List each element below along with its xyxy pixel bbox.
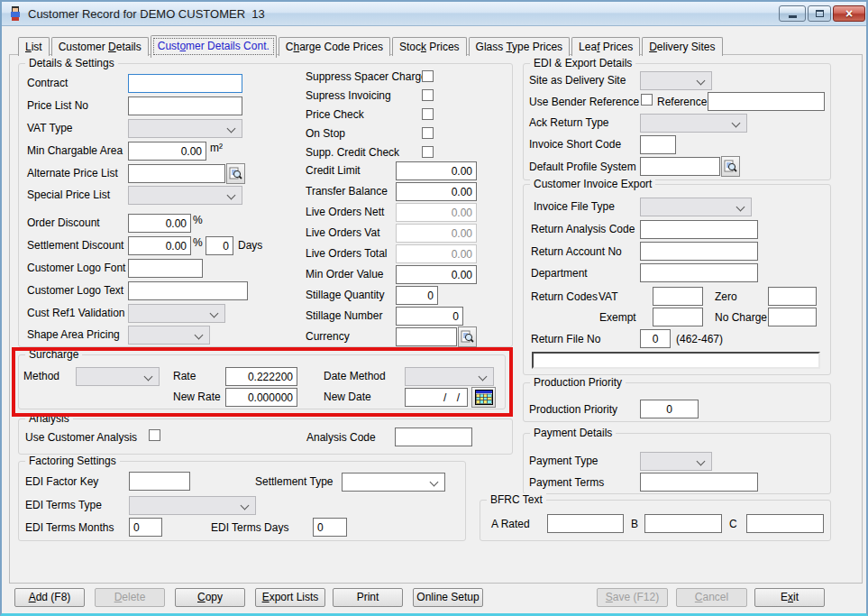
department-input[interactable] (640, 263, 758, 282)
tab-glass-type-prices[interactable]: Glass Type Prices (469, 37, 571, 56)
min-order-value-label: Min Order Value (306, 268, 383, 280)
min-chargable-area-input[interactable] (128, 142, 206, 161)
tab-charge-code-prices[interactable]: Charge Code Prices (279, 37, 390, 56)
bfrc-b-input[interactable] (644, 514, 722, 533)
min-order-value-input[interactable] (396, 265, 477, 284)
contract-input[interactable] (128, 74, 242, 93)
supp-credit-check-checkbox[interactable] (422, 146, 434, 158)
add-button[interactable]: Add (F8) (14, 588, 85, 607)
production-priority-input[interactable] (640, 400, 699, 418)
edi-terms-days-input[interactable] (313, 518, 347, 537)
ack-return-type-dropdown (640, 114, 747, 133)
settlement-days-label: Days (238, 239, 262, 252)
transfer-balance-input[interactable] (396, 182, 477, 201)
live-orders-vat-label: Live Orders Vat (306, 226, 379, 239)
default-profile-search-button[interactable] (721, 156, 740, 177)
tab-delivery-sites[interactable]: Delivery Sites (642, 37, 722, 56)
edi-terms-days-label: EDI Terms Days (211, 521, 288, 534)
edi-factor-key-label: EDI Factor Key (25, 475, 98, 488)
surcharge-new-date-label: New Date (324, 391, 371, 403)
return-codes-no-charge-label: No Charge (715, 311, 767, 324)
currency-search-button[interactable] (458, 326, 477, 347)
supress-invoicing-checkbox[interactable] (422, 89, 434, 101)
settlement-discount-input[interactable] (128, 236, 191, 255)
tab-leaf-prices[interactable]: Leaf Prices (571, 37, 640, 56)
payment-terms-input[interactable] (640, 473, 758, 492)
alternate-price-list-search-button[interactable] (226, 163, 245, 184)
currency-input[interactable] (396, 327, 457, 346)
ack-return-type-label: Ack Return Type (529, 116, 609, 129)
return-codes-vat-input[interactable] (653, 287, 703, 306)
close-button[interactable]: × (833, 5, 865, 22)
surcharge-new-date-input[interactable] (405, 388, 468, 407)
edi-export-legend: EDI & Export Details (530, 57, 635, 69)
return-codes-no-charge-input[interactable] (768, 308, 817, 326)
settlement-days-input[interactable] (206, 236, 233, 255)
order-discount-percent: % (193, 214, 203, 226)
return-file-path-input[interactable] (532, 352, 820, 369)
surcharge-new-rate-input[interactable] (225, 388, 297, 407)
surcharge-rate-input[interactable] (225, 367, 297, 386)
tab-stock-prices[interactable]: Stock Prices (392, 37, 467, 56)
tab-customer-details[interactable]: Customer Details (51, 37, 149, 56)
cancel-button: Cancel (676, 588, 747, 607)
maximize-button[interactable] (808, 5, 831, 22)
invoice-short-code-input[interactable] (640, 135, 676, 154)
return-file-no-label: Return File No (531, 333, 600, 345)
payment-terms-label: Payment Terms (529, 476, 604, 489)
settlement-type-dropdown[interactable] (342, 473, 445, 492)
return-file-no-input[interactable] (640, 329, 671, 348)
transfer-balance-label: Transfer Balance (306, 185, 388, 198)
return-codes-zero-input[interactable] (768, 287, 817, 306)
copy-button[interactable]: Copy (175, 588, 245, 607)
alternate-price-list-input[interactable] (128, 164, 225, 183)
tab-customer-details-cont[interactable]: Customer Details Cont. (151, 35, 277, 58)
department-label: Department (531, 267, 588, 280)
exit-button[interactable]: Exit (754, 588, 825, 607)
surcharge-method-dropdown (76, 367, 160, 386)
suppress-spacer-charge-checkbox[interactable] (422, 70, 434, 82)
reference-input[interactable] (708, 92, 825, 111)
settlement-discount-percent: % (193, 236, 203, 249)
analysis-code-input[interactable] (395, 428, 472, 446)
special-price-list-label: Special Price List (27, 188, 110, 201)
title-bar: Customer Record for DEMO CUSTOMER 13 × (2, 2, 866, 26)
customer-invoice-export-legend: Customer Invoice Export (530, 178, 655, 190)
edi-factor-key-input[interactable] (129, 472, 190, 491)
edi-terms-months-input[interactable] (129, 518, 162, 537)
export-lists-button[interactable]: Export Lists (255, 588, 325, 607)
stillage-number-input[interactable] (396, 307, 463, 326)
tab-list[interactable]: List (18, 37, 50, 56)
maximize-icon (816, 10, 824, 17)
default-profile-system-input[interactable] (640, 157, 720, 176)
bfrc-c-input[interactable] (746, 514, 824, 533)
order-discount-input[interactable] (128, 214, 191, 233)
surcharge-new-rate-label: New Rate (173, 391, 221, 403)
bfrc-b-label: B (631, 518, 638, 530)
return-codes-exempt-input[interactable] (653, 308, 703, 326)
surcharge-method-label: Method (23, 370, 59, 382)
min-chargable-area-label: Min Chargable Area (27, 144, 123, 157)
return-account-no-label: Return Account No (531, 245, 622, 258)
use-customer-analysis-checkbox[interactable] (149, 429, 160, 441)
credit-limit-input[interactable] (396, 161, 477, 180)
bfrc-a-rated-input[interactable] (547, 514, 624, 533)
on-stop-checkbox[interactable] (422, 127, 434, 139)
price-list-no-input[interactable] (128, 97, 242, 115)
surcharge-date-method-label: Date Method (324, 370, 386, 382)
site-as-delivery-site-dropdown (640, 71, 712, 90)
customer-logo-text-input[interactable] (128, 281, 248, 300)
online-setup-button[interactable]: Online Setup (413, 588, 483, 607)
return-account-no-input[interactable] (640, 242, 758, 261)
price-check-checkbox[interactable] (422, 108, 434, 120)
stillage-quantity-input[interactable] (396, 286, 438, 305)
search-icon (724, 160, 737, 173)
payment-type-dropdown (640, 452, 712, 471)
customer-logo-font-input[interactable] (128, 259, 203, 278)
return-analysis-code-input[interactable] (640, 220, 758, 239)
minimize-button[interactable] (779, 5, 806, 22)
surcharge-calendar-button[interactable] (471, 387, 496, 408)
print-button[interactable]: Print (333, 588, 403, 607)
use-bender-reference-checkbox[interactable] (641, 94, 653, 106)
invoice-file-type-dropdown (640, 198, 752, 216)
